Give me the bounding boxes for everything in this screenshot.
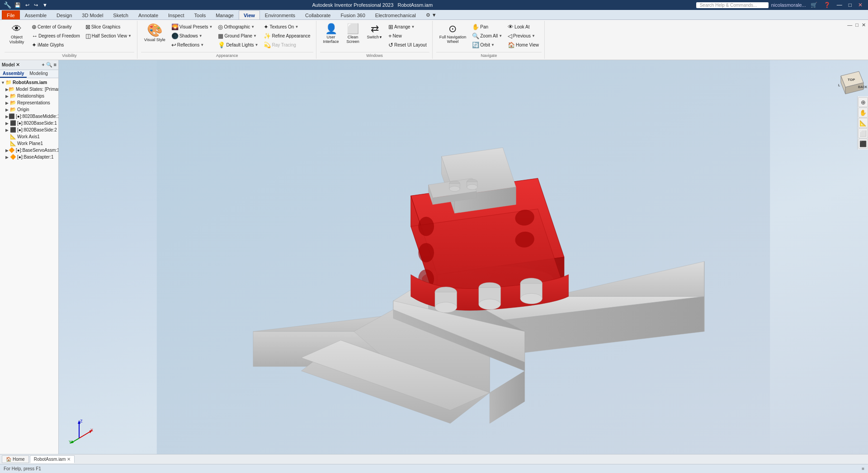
previous-view-button[interactable]: ◁ Previous ▼ — [506, 32, 541, 40]
tree-item-relationships[interactable]: ▶ 📂 Relationships — [0, 93, 58, 99]
home-view-button[interactable]: 🏠 Home View — [506, 41, 541, 49]
inner-maximize-button[interactable]: □ — [854, 22, 860, 28]
tree-item-8020baseside2[interactable]: ▶ ⬛ [●]:8020BaseSide:2 — [0, 126, 58, 133]
degrees-of-freedom-button[interactable]: ↔ Degrees of Freedom — [30, 32, 82, 40]
object-visibility-button[interactable]: 👁 ObjectVisibility — [5, 23, 28, 46]
arrange-button[interactable]: ⊞ Arrange ▼ — [387, 23, 429, 31]
close-button[interactable]: ✕ — [856, 2, 864, 8]
tab-design[interactable]: Design — [52, 10, 77, 19]
tab-tools[interactable]: Tools — [189, 10, 211, 19]
shadows-icon: 🌑 — [171, 33, 179, 39]
full-navigation-wheel-button[interactable]: ⊙ Full NavigationWheel — [437, 23, 469, 45]
robotassm-tab[interactable]: RobotAssm.iam ✕ — [30, 455, 75, 463]
shadows-button[interactable]: 🌑 Shadows ▼ — [170, 32, 215, 40]
ground-plane-arrow: ▼ — [253, 34, 257, 38]
measure-button[interactable]: 📐 — [858, 118, 868, 128]
tab-environments[interactable]: Environments — [260, 10, 300, 19]
maximize-button[interactable]: □ — [847, 2, 854, 8]
tree-item-baseadapter[interactable]: ▶ 🔶 [●]:BaseAdapter:1 — [0, 154, 58, 160]
tab-manage[interactable]: Manage — [211, 10, 239, 19]
center-of-gravity-button[interactable]: ⊕ Center of Gravity — [30, 23, 82, 31]
tab-collaborate[interactable]: Collaborate — [300, 10, 335, 19]
orthographic-button[interactable]: ◎ Orthographic ▼ — [216, 23, 260, 31]
tree-item-8020baseside1[interactable]: ▶ ⬛ [●]:8020BaseSide:1 — [0, 120, 58, 126]
tab-inspect[interactable]: Inspect — [163, 10, 189, 19]
visual-presets-button[interactable]: 🌄 Visual Presets ▼ — [170, 23, 215, 31]
cart-icon[interactable]: 🛒 — [809, 2, 819, 8]
tree-item-baseservoassm[interactable]: ▶ 🔶 [●]:BaseServoAssm:1 — [0, 147, 58, 154]
statusbar-menu-icon[interactable]: ≡ — [862, 466, 864, 471]
pan-tool-button[interactable]: ✋ — [858, 108, 868, 117]
zoom-extents-button[interactable]: ⊕ — [858, 97, 868, 107]
switch-button[interactable]: ⇄ Switch▼ — [365, 23, 385, 41]
ground-plane-button[interactable]: ▦ Ground Plane ▼ — [216, 32, 260, 40]
slice-graphics-button[interactable]: ⊠ Slice Graphics — [84, 23, 133, 31]
quick-access-undo[interactable]: ↩ — [24, 2, 31, 9]
right-toolbar: ⊕ ✋ 📐 ⬜ ⬛ — [857, 96, 868, 150]
refine-appearance-button[interactable]: ✨ Refine Appearance — [262, 32, 312, 40]
tab-view[interactable]: View — [239, 10, 260, 19]
quick-access-dropdown[interactable]: ▼ — [41, 2, 49, 8]
help-icon[interactable]: ❓ — [822, 2, 832, 8]
reflections-button[interactable]: ↩ Reflections ▼ — [170, 41, 215, 49]
visual-style-button[interactable]: 🎨 Visual Style — [142, 23, 168, 43]
imate-glyphs-button[interactable]: ✦ iMate Glyphs — [30, 41, 82, 49]
search-panel-icon[interactable]: 🔍 — [46, 62, 52, 68]
user-interface-button[interactable]: 👤 UserInterface — [321, 23, 341, 45]
baseadapter-icon: 🔶 — [10, 154, 16, 160]
viewport[interactable]: TOP BACK L ⊕ ✋ 📐 ⬜ ⬛ Z X — [59, 60, 868, 454]
viewcube[interactable]: TOP BACK L — [832, 65, 863, 96]
reset-ui-layout-button[interactable]: ↺ Reset UI Layout — [387, 41, 429, 49]
tree-item-8020basemiddle[interactable]: ▶ ⬛ [●]:8020BaseMiddle:1 — [0, 113, 58, 120]
tab-modeling[interactable]: Modeling — [27, 70, 51, 78]
app-logo-icon: 🔧 — [4, 1, 11, 9]
model-tab-icons: + 🔍 ≡ — [42, 62, 57, 68]
tab-assemble[interactable]: Assemble — [20, 10, 52, 19]
tab-file[interactable]: File — [2, 10, 20, 19]
zoom-all-button[interactable]: 🔍 Zoom All ▼ — [470, 32, 504, 40]
close-panel-icon[interactable]: ✕ — [16, 62, 20, 68]
add-tab-icon[interactable]: + — [42, 62, 44, 68]
pan-button[interactable]: ✋ Pan — [470, 23, 504, 31]
ray-tracing-button[interactable]: 💫 Ray Tracing — [262, 41, 312, 49]
half-section-view-button[interactable]: ◫ Half Section View ▼ — [84, 32, 133, 40]
tree-item-representations[interactable]: ▶ 📂 Representations — [0, 99, 58, 106]
tree-item-origin[interactable]: ▶ 📂 Origin — [0, 106, 58, 113]
look-at-button[interactable]: 👁 Look At — [506, 23, 541, 31]
inner-close-button[interactable]: ✕ — [860, 22, 867, 28]
tab-annotate[interactable]: Annotate — [133, 10, 163, 19]
quick-access-save[interactable]: 💾 — [13, 2, 22, 9]
minimize-button[interactable]: — — [835, 2, 844, 8]
visual-presets-arrow: ▼ — [209, 25, 212, 29]
textures-on-button[interactable]: ✦ Textures On ▼ — [262, 23, 312, 31]
viewcube-svg[interactable]: TOP BACK L — [832, 65, 868, 101]
navigate-group-label: Navigate — [436, 52, 542, 58]
appearance-col2: ◎ Orthographic ▼ ▦ Ground Plane ▼ 💡 Defa… — [216, 23, 260, 49]
ray-tracing-label: Ray Tracing — [272, 42, 296, 47]
object-visibility-label: ObjectVisibility — [9, 35, 24, 45]
orbit-button[interactable]: 🔄 Orbit ▼ — [470, 41, 504, 49]
tab-sketch[interactable]: Sketch — [108, 10, 133, 19]
tree-item-workplane1[interactable]: 📐 Work Plane1 — [0, 140, 58, 147]
workaxis1-arrow — [5, 135, 10, 139]
tab-electromechanical[interactable]: Electromechanical — [370, 10, 421, 19]
default-lights-button[interactable]: 💡 Default Lights ▼ — [216, 41, 260, 49]
tab-settings-dropdown[interactable]: ⚙ ▼ — [421, 10, 442, 19]
tree-item-model-states[interactable]: ▶ 📂 Model States: [Primary] — [0, 86, 58, 93]
panel-menu-icon[interactable]: ≡ — [54, 62, 57, 68]
tab-fusion360[interactable]: Fusion 360 — [335, 10, 370, 19]
clean-screen-button[interactable]: ⬜ CleanScreen — [343, 23, 363, 45]
root-expand-arrow: ▼ — [1, 80, 5, 85]
tree-item-root[interactable]: ▼ 📁 RobotAssm.iam — [0, 79, 58, 86]
tab-assembly[interactable]: Assembly — [0, 70, 27, 78]
quick-access-redo[interactable]: ↪ — [33, 2, 39, 9]
inner-minimize-button[interactable]: — — [846, 22, 854, 28]
tree-item-workaxis1[interactable]: 📐 Work Axis1 — [0, 133, 58, 140]
robotassm-tab-close[interactable]: ✕ — [67, 457, 71, 462]
appearance-button[interactable]: ⬜ — [858, 128, 868, 138]
search-box[interactable]: Search Help & Commands... — [696, 2, 769, 8]
tab-3dmodel[interactable]: 3D Model — [77, 10, 108, 19]
properties-button[interactable]: ⬛ — [858, 139, 868, 149]
home-tab[interactable]: 🏠 Home — [2, 455, 29, 463]
new-window-button[interactable]: + New — [387, 32, 429, 40]
